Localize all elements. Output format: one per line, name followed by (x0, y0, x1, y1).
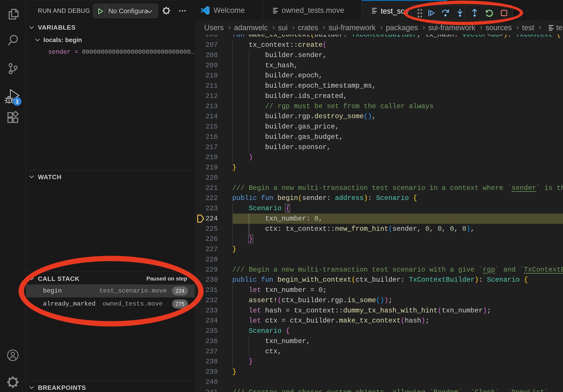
svg-text:1: 1 (16, 98, 19, 105)
